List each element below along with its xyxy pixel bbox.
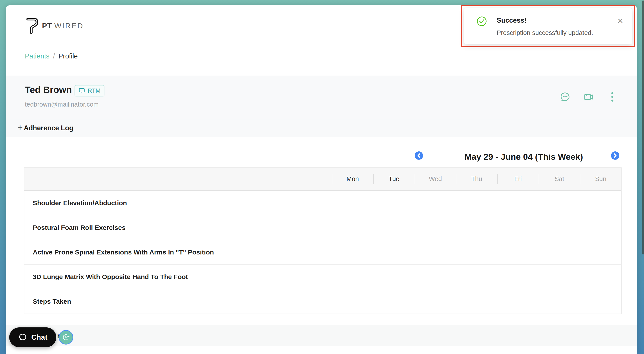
brand-text: PT WIRED bbox=[42, 21, 84, 30]
chat-button[interactable]: Chat bbox=[9, 328, 56, 347]
breadcrumb: Patients / Profile bbox=[25, 52, 78, 60]
previous-week-button[interactable] bbox=[415, 151, 423, 160]
exercise-column-spacer bbox=[24, 168, 332, 190]
success-toast: Success! Prescription successfully updat… bbox=[464, 8, 632, 44]
next-week-button[interactable] bbox=[611, 151, 619, 160]
kebab-menu-icon bbox=[611, 91, 614, 102]
adherence-table-header: Mon Tue Wed Thu Fri Sat Sun bbox=[24, 168, 621, 191]
adherence-log-label: Adherence Log bbox=[24, 124, 74, 132]
success-check-icon bbox=[476, 16, 487, 26]
message-patient-button[interactable] bbox=[559, 91, 571, 103]
breadcrumb-separator: / bbox=[53, 52, 55, 60]
breadcrumb-profile: Profile bbox=[58, 52, 78, 60]
table-row: 3D Lunge Matrix With Opposite Hand To Th… bbox=[24, 264, 621, 289]
pt-wired-logo: PT WIRED bbox=[25, 16, 84, 35]
patient-email: tedbrown@mailinator.com bbox=[25, 101, 99, 108]
day-header-sat: Sat bbox=[539, 168, 580, 190]
breadcrumb-patients-link[interactable]: Patients bbox=[25, 52, 50, 60]
speech-bubble-icon bbox=[18, 333, 27, 342]
day-header-fri: Fri bbox=[497, 168, 539, 190]
day-header-sun: Sun bbox=[580, 168, 621, 190]
week-range-title: May 29 - June 04 (This Week) bbox=[424, 152, 624, 162]
clock-history-icon bbox=[62, 333, 70, 342]
chat-dots-icon bbox=[560, 91, 570, 102]
page-scrollbar-thumb[interactable] bbox=[642, 0, 644, 255]
toast-title: Success! bbox=[497, 16, 526, 24]
chevron-right-icon bbox=[613, 153, 618, 158]
brand-text-bold: PT bbox=[42, 21, 52, 30]
chat-button-label: Chat bbox=[31, 333, 47, 342]
rtm-badge: RTM bbox=[74, 85, 104, 96]
table-row: Steps Taken bbox=[24, 289, 621, 314]
expand-plus-icon: + bbox=[17, 123, 23, 133]
pt-wired-app: { "brand": { "bold": "PT", "light": "WIR… bbox=[0, 0, 644, 354]
day-header-mon: Mon bbox=[332, 168, 373, 190]
video-call-button[interactable] bbox=[583, 91, 594, 103]
main-content-card: PT WIRED Patients / Profile Ted Brown RT… bbox=[6, 5, 637, 354]
table-row: Shoulder Elevation/Abduction bbox=[24, 191, 621, 215]
history-fab-button[interactable] bbox=[59, 330, 73, 345]
toast-message: Prescription successfully updated. bbox=[497, 29, 593, 36]
table-row: Postural Foam Roll Exercises bbox=[24, 215, 621, 240]
adherence-table: Mon Tue Wed Thu Fri Sat Sun Shoulder Ele… bbox=[24, 167, 622, 314]
chevron-left-icon bbox=[417, 153, 421, 158]
adherence-log-section-header[interactable]: + Adherence Log bbox=[6, 119, 637, 137]
pt-wired-logo-mark bbox=[25, 16, 38, 35]
toast-close-button[interactable]: ✕ bbox=[616, 16, 625, 26]
day-header-wed: Wed bbox=[415, 168, 456, 190]
table-row: Active Prone Spinal Extensions With Arms… bbox=[24, 240, 621, 264]
day-header-tue: Tue bbox=[373, 168, 415, 190]
monitor-icon bbox=[78, 87, 85, 94]
patient-name: Ted Brown bbox=[25, 85, 72, 95]
day-header-thu: Thu bbox=[456, 168, 497, 190]
patient-more-options-button[interactable] bbox=[606, 91, 618, 103]
next-section-header[interactable]: n bbox=[6, 325, 637, 346]
brand-text-light: WIRED bbox=[54, 21, 84, 30]
patient-header: Ted Brown RTM tedbrown@mailinator.com bbox=[6, 76, 637, 119]
rtm-badge-label: RTM bbox=[88, 87, 100, 94]
video-camera-icon bbox=[583, 91, 594, 102]
